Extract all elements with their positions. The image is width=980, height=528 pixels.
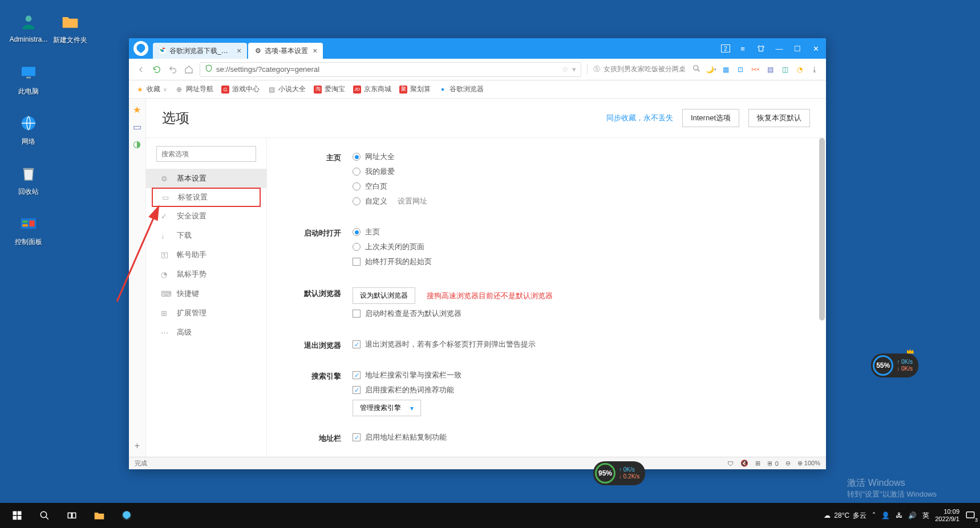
bookmark-novels[interactable]: ▤小说大全 <box>268 84 306 94</box>
search-input[interactable] <box>156 146 256 162</box>
people-icon[interactable]: 👤 <box>881 511 890 519</box>
tab-count-badge[interactable]: 2 <box>721 44 730 52</box>
history-icon[interactable]: ◑ <box>133 139 142 148</box>
zoom-level[interactable]: ⊕ 100% <box>797 460 820 467</box>
sidebar-item-shortcuts[interactable]: ⌨快捷键 <box>146 284 266 303</box>
bookmark-jd[interactable]: JD京东商城 <box>353 84 391 94</box>
bookmark-nav[interactable]: ⊕网址导航 <box>175 84 213 94</box>
start-button[interactable] <box>5 503 30 528</box>
internet-options-button[interactable]: Internet选项 <box>682 109 739 127</box>
translate-icon[interactable]: ▦ <box>721 65 730 74</box>
tab-icon: ▭ <box>162 193 170 201</box>
search-taskbar-icon[interactable] <box>32 503 57 528</box>
weather-widget[interactable]: ☁ 28°C 多云 <box>824 511 866 521</box>
sidebar-item-extensions[interactable]: ⊞扩展管理 <box>146 303 266 323</box>
circle-icon[interactable]: ◔ <box>795 65 804 74</box>
check-startup[interactable]: 始终打开我的起始页 <box>353 257 803 267</box>
set-default-button[interactable]: 设为默认浏览器 <box>353 287 415 304</box>
sidebar-item-security[interactable]: ✓安全设置 <box>146 206 266 226</box>
radio-homepage-3[interactable]: 自定义设置网址 <box>353 196 803 206</box>
close-button[interactable]: ✕ <box>810 43 821 54</box>
setting-label-homepage: 主页 <box>290 152 353 211</box>
net-icon[interactable]: ⊡ <box>736 65 745 74</box>
clock[interactable]: 10:09 2022/9/1 <box>935 508 959 523</box>
radio-startup-1[interactable]: 上次未关闭的页面 <box>353 242 803 252</box>
add-button[interactable]: + <box>135 441 140 451</box>
check-search-2[interactable]: 启用搜索栏的热词推荐功能 <box>353 385 803 395</box>
tab-close-icon[interactable]: × <box>237 46 241 55</box>
radio-homepage-1[interactable]: 我的最爱 <box>353 166 803 177</box>
mute-icon[interactable]: 🔇 <box>740 460 748 467</box>
cpu-widget-1[interactable]: 55% ↑ 0K/s ↓ 0K/s <box>871 354 918 377</box>
url-input[interactable]: se://settings/?category=general ☆ ▾ <box>200 62 581 77</box>
menu-icon[interactable]: ≡ <box>737 43 748 54</box>
taskview-icon[interactable] <box>59 503 84 528</box>
home-button[interactable] <box>184 64 194 75</box>
browser-tab-1[interactable]: 谷歌浏览器下载_浏览器 × <box>153 43 247 59</box>
download-icon[interactable]: ⭳ <box>810 65 819 74</box>
radio-homepage-0[interactable]: 网址大全 <box>353 152 803 162</box>
grid-status-icon[interactable]: ⊞ <box>755 460 760 467</box>
skin-icon[interactable] <box>755 43 767 54</box>
sidebar-item-advanced[interactable]: ⋯高级 <box>146 323 266 342</box>
bookmark-bar: ★收藏∨ ⊕网址导航 G游戏中心 ▤小说大全 淘爱淘宝 JD京东商城 聚聚划算 … <box>129 80 826 99</box>
sync-link[interactable]: 同步收藏，永不丢失 <box>606 113 673 123</box>
star-icon[interactable]: ★ <box>133 104 142 113</box>
grid-icon[interactable]: ◫ <box>780 65 789 74</box>
cpu-widget-2[interactable]: 95% ↑ 0K/s ↓ 0.2K/s <box>593 461 645 485</box>
back-button[interactable] <box>136 64 146 75</box>
restore-defaults-button[interactable]: 恢复本页默认 <box>748 109 810 127</box>
explorer-icon[interactable] <box>87 503 112 528</box>
reload-button[interactable] <box>152 64 162 75</box>
bookmark-games[interactable]: G游戏中心 <box>221 84 260 94</box>
sidebar-item-download[interactable]: ↓下载 <box>146 226 266 245</box>
check-addrbar[interactable]: 启用地址栏粘贴复制功能 <box>353 432 803 442</box>
set-url-link[interactable]: 设置网址 <box>398 196 427 206</box>
screen-icon[interactable]: ▭ <box>133 121 142 131</box>
volume-icon[interactable]: 🔊 <box>908 511 917 519</box>
bookmark-taobao[interactable]: 淘爱淘宝 <box>314 84 345 94</box>
note-icon[interactable]: ▤ <box>766 65 775 74</box>
search-suggestion[interactable]: Ⓢ 女孩到男友家吃饭被分两桌 <box>587 64 700 74</box>
sidebar-item-basic[interactable]: ⚙基本设置 <box>146 169 266 188</box>
sidebar-item-account[interactable]: ⚿帐号助手 <box>146 245 266 265</box>
bookmark-favorites[interactable]: ★收藏∨ <box>136 84 167 94</box>
tab-close-icon[interactable]: × <box>313 46 317 55</box>
sidebar-item-mouse[interactable]: ◔鼠标手势 <box>146 265 266 284</box>
bookmark-juhuasuan[interactable]: 聚聚划算 <box>399 84 431 94</box>
shield-status-icon[interactable]: 🛡 <box>727 460 734 467</box>
radio-homepage-2[interactable]: 空白页 <box>353 181 803 192</box>
desktop-icon-folder[interactable]: 新建文件夹 <box>50 10 90 45</box>
search-icon[interactable] <box>693 64 700 74</box>
svg-point-11 <box>694 66 698 70</box>
ime-indicator[interactable]: 英 <box>922 511 929 521</box>
network-tray-icon[interactable]: 🖧 <box>896 511 902 519</box>
desktop-icon-admin[interactable]: Administra... <box>9 10 48 43</box>
moon-icon[interactable]: 🌙▾ <box>706 65 715 74</box>
bookmark-star-icon[interactable]: ☆ <box>562 65 569 74</box>
tray-up-icon[interactable]: ˄ <box>872 511 876 519</box>
radio-startup-0[interactable]: 主页 <box>353 227 803 237</box>
sidebar-item-tabs[interactable]: ▭标签设置 <box>152 188 261 207</box>
block-count-icon[interactable]: ⛨ 0 <box>767 460 779 467</box>
sogou-taskbar-icon[interactable] <box>114 503 139 528</box>
notification-icon[interactable]: 3 <box>965 510 975 522</box>
svg-rect-6 <box>22 221 27 223</box>
zoom-out-icon[interactable]: ⊖ <box>785 460 791 467</box>
manage-search-dropdown[interactable]: 管理搜索引擎 <box>353 400 421 416</box>
desktop-icon-pc[interactable]: 此电脑 <box>9 62 48 96</box>
bookmark-chrome[interactable]: 谷歌浏览器 <box>439 84 484 94</box>
scissors-icon[interactable]: ✂▾ <box>751 65 760 74</box>
scrollbar[interactable] <box>819 138 825 457</box>
check-default[interactable]: 启动时检查是否为默认浏览器 <box>353 308 803 319</box>
minimize-button[interactable]: — <box>774 43 785 54</box>
check-search-1[interactable]: 地址栏搜索引擎与搜索栏一致 <box>353 370 803 380</box>
browser-tab-2[interactable]: ⚙ 选项-基本设置 × <box>248 43 323 59</box>
undo-button[interactable] <box>168 64 178 75</box>
chevron-down-icon[interactable]: ▾ <box>572 65 576 74</box>
desktop-icon-control[interactable]: 控制面板 <box>9 212 48 247</box>
desktop-icon-recycle[interactable]: 回收站 <box>9 162 48 197</box>
maximize-button[interactable]: ☐ <box>792 43 803 54</box>
desktop-icon-network[interactable]: 网络 <box>9 112 48 147</box>
check-exit[interactable]: 退出浏览器时，若有多个标签页打开则弹出警告提示 <box>353 339 803 350</box>
